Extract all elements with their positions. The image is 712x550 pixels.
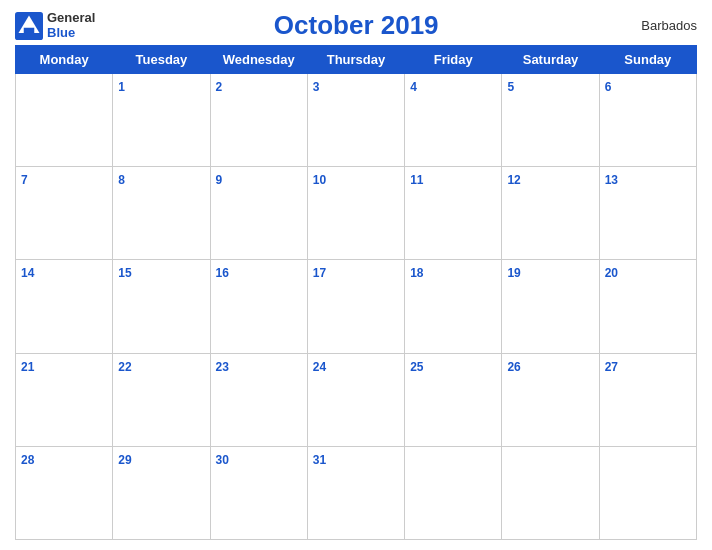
calendar-cell: 29 bbox=[113, 446, 210, 539]
day-number: 18 bbox=[410, 266, 423, 280]
day-number: 25 bbox=[410, 360, 423, 374]
day-number: 4 bbox=[410, 80, 417, 94]
header-wednesday: Wednesday bbox=[210, 46, 307, 74]
day-number: 31 bbox=[313, 453, 326, 467]
day-number: 28 bbox=[21, 453, 34, 467]
header-saturday: Saturday bbox=[502, 46, 599, 74]
calendar-cell: 26 bbox=[502, 353, 599, 446]
day-number: 21 bbox=[21, 360, 34, 374]
day-number: 27 bbox=[605, 360, 618, 374]
calendar-cell: 4 bbox=[405, 74, 502, 167]
calendar-cell: 21 bbox=[16, 353, 113, 446]
logo-area: General Blue bbox=[15, 11, 95, 40]
calendar-cell: 28 bbox=[16, 446, 113, 539]
calendar-cell: 12 bbox=[502, 167, 599, 260]
day-number: 2 bbox=[216, 80, 223, 94]
week-row: 14151617181920 bbox=[16, 260, 697, 353]
day-number: 20 bbox=[605, 266, 618, 280]
calendar-cell bbox=[16, 74, 113, 167]
calendar-cell: 19 bbox=[502, 260, 599, 353]
generalblue-logo-icon bbox=[15, 12, 43, 40]
month-title: October 2019 bbox=[95, 10, 617, 41]
calendar-cell: 1 bbox=[113, 74, 210, 167]
calendar-cell: 15 bbox=[113, 260, 210, 353]
calendar-cell: 13 bbox=[599, 167, 696, 260]
header-sunday: Sunday bbox=[599, 46, 696, 74]
day-number: 19 bbox=[507, 266, 520, 280]
calendar-cell bbox=[502, 446, 599, 539]
calendar-cell: 8 bbox=[113, 167, 210, 260]
week-row: 21222324252627 bbox=[16, 353, 697, 446]
calendar-cell: 14 bbox=[16, 260, 113, 353]
calendar-cell: 22 bbox=[113, 353, 210, 446]
calendar-cell: 18 bbox=[405, 260, 502, 353]
header-tuesday: Tuesday bbox=[113, 46, 210, 74]
day-number: 13 bbox=[605, 173, 618, 187]
day-number: 9 bbox=[216, 173, 223, 187]
week-row: 123456 bbox=[16, 74, 697, 167]
calendar-cell: 5 bbox=[502, 74, 599, 167]
calendar-cell: 7 bbox=[16, 167, 113, 260]
calendar-cell: 31 bbox=[307, 446, 404, 539]
calendar-cell: 10 bbox=[307, 167, 404, 260]
calendar-cell: 16 bbox=[210, 260, 307, 353]
calendar-body: 1234567891011121314151617181920212223242… bbox=[16, 74, 697, 540]
calendar-cell: 9 bbox=[210, 167, 307, 260]
day-number: 11 bbox=[410, 173, 423, 187]
day-number: 22 bbox=[118, 360, 131, 374]
calendar-cell: 3 bbox=[307, 74, 404, 167]
day-number: 24 bbox=[313, 360, 326, 374]
day-number: 23 bbox=[216, 360, 229, 374]
logo-text: General Blue bbox=[47, 11, 95, 40]
week-row: 78910111213 bbox=[16, 167, 697, 260]
calendar-table: Monday Tuesday Wednesday Thursday Friday… bbox=[15, 45, 697, 540]
calendar-cell: 17 bbox=[307, 260, 404, 353]
days-header-row: Monday Tuesday Wednesday Thursday Friday… bbox=[16, 46, 697, 74]
day-number: 6 bbox=[605, 80, 612, 94]
day-number: 12 bbox=[507, 173, 520, 187]
day-number: 1 bbox=[118, 80, 125, 94]
calendar-cell: 20 bbox=[599, 260, 696, 353]
day-number: 10 bbox=[313, 173, 326, 187]
header-monday: Monday bbox=[16, 46, 113, 74]
day-number: 8 bbox=[118, 173, 125, 187]
day-number: 5 bbox=[507, 80, 514, 94]
header-friday: Friday bbox=[405, 46, 502, 74]
svg-rect-2 bbox=[24, 27, 35, 32]
country-label: Barbados bbox=[617, 18, 697, 33]
calendar-header: General Blue October 2019 Barbados bbox=[15, 10, 697, 41]
day-number: 3 bbox=[313, 80, 320, 94]
day-number: 7 bbox=[21, 173, 28, 187]
day-number: 26 bbox=[507, 360, 520, 374]
calendar-cell bbox=[599, 446, 696, 539]
header-thursday: Thursday bbox=[307, 46, 404, 74]
calendar-cell: 23 bbox=[210, 353, 307, 446]
day-number: 30 bbox=[216, 453, 229, 467]
day-number: 29 bbox=[118, 453, 131, 467]
day-number: 16 bbox=[216, 266, 229, 280]
calendar-cell: 11 bbox=[405, 167, 502, 260]
calendar-cell: 2 bbox=[210, 74, 307, 167]
calendar-cell: 27 bbox=[599, 353, 696, 446]
day-number: 14 bbox=[21, 266, 34, 280]
calendar-cell bbox=[405, 446, 502, 539]
calendar-cell: 25 bbox=[405, 353, 502, 446]
calendar-cell: 6 bbox=[599, 74, 696, 167]
calendar-cell: 24 bbox=[307, 353, 404, 446]
day-number: 15 bbox=[118, 266, 131, 280]
calendar-cell: 30 bbox=[210, 446, 307, 539]
day-number: 17 bbox=[313, 266, 326, 280]
week-row: 28293031 bbox=[16, 446, 697, 539]
